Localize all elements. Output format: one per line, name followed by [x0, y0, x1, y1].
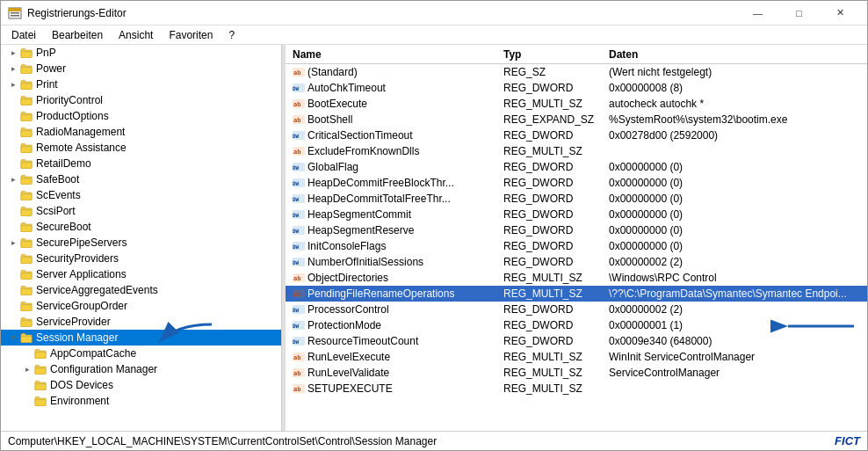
detail-row-heapdecommittotalfreethread[interactable]: DW HeapDeCommitTotalFreeThr...REG_DWORD0… [286, 191, 867, 207]
detail-row-globalflag[interactable]: DW GlobalFlagREG_DWORD0x00000000 (0) [286, 159, 867, 175]
tree-pane[interactable]: ▸ PnP▸ Power▸ Print PriorityControl Prod… [1, 45, 282, 431]
tree-item-prioritycontrol[interactable]: PriorityControl [1, 92, 281, 108]
tree-expander-productoptions[interactable] [8, 111, 18, 121]
tree-expander-secureboot[interactable] [8, 222, 18, 232]
tree-expander-safeboot[interactable]: ▸ [8, 174, 18, 185]
tree-expander-power[interactable]: ▸ [8, 63, 18, 74]
tree-item-appcompatchache[interactable]: AppCompatCache [1, 346, 281, 361]
detail-row-objectdirectories[interactable]: ab ObjectDirectoriesREG_MULTI_SZ\Windows… [286, 270, 867, 286]
detail-name-text-heapsegmentreserve: HeapSegmentReserve [307, 224, 414, 236]
tree-item-sessionmanager[interactable]: ▾ Session Manager [1, 330, 281, 346]
tree-expander-pnp[interactable]: ▸ [8, 47, 18, 58]
tree-expander-scsiport[interactable] [8, 206, 18, 216]
detail-row-bootshell[interactable]: ab BootShellREG_EXPAND_SZ%SystemRoot%\sy… [286, 112, 867, 127]
detail-row-autochktimeout[interactable]: DW AutoChkTimeoutREG_DWORD0x00000008 (8) [286, 80, 867, 96]
tree-expander-sessionmanager[interactable]: ▾ [8, 332, 18, 343]
tree-expander-configurationmanager[interactable]: ▸ [22, 364, 33, 375]
tree-label-serviceaggregatedevents: ServiceAggregatedEvents [36, 284, 158, 296]
tree-item-secureboot[interactable]: SecureBoot [1, 219, 281, 235]
tree-expander-scevents[interactable] [8, 190, 18, 200]
detail-row-bootexecute[interactable]: ab BootExecuteREG_MULTI_SZautocheck auto… [286, 96, 867, 112]
reg-icon-autochktimeout: DW [293, 82, 305, 94]
detail-name-heapsegmentcommit: DW HeapSegmentCommit [286, 208, 496, 221]
tree-item-print[interactable]: ▸ Print [1, 76, 281, 92]
detail-row-setupexecute[interactable]: ab SETUPEXECUTEREG_MULTI_SZ [286, 381, 867, 396]
tree-item-power[interactable]: ▸ Power [1, 61, 281, 76]
menu-datei[interactable]: Datei [4, 27, 43, 43]
tree-expander-retaildemo[interactable] [8, 158, 18, 169]
close-button[interactable]: ✕ [821, 1, 860, 25]
tree-expander-prioritycontrol[interactable] [8, 95, 18, 105]
tree-item-securepipeservers[interactable]: ▸ SecurePipeServers [1, 235, 281, 251]
tree-expander-servicegrouporder[interactable] [8, 301, 18, 311]
tree-item-environment[interactable]: Environment [1, 393, 281, 409]
detail-row-standard[interactable]: ab (Standard)REG_SZ(Wert nicht festgeleg… [286, 64, 867, 80]
tree-expander-environment[interactable] [22, 396, 33, 406]
tree-expander-dosdevices[interactable] [22, 380, 33, 390]
tree-expander-print[interactable]: ▸ [8, 79, 18, 90]
folder-icon-configurationmanager [33, 362, 47, 376]
tree-label-environment: Environment [50, 395, 109, 407]
tree-item-scsiport[interactable]: ScsiPort [1, 203, 281, 219]
detail-row-heapsegmentcommit[interactable]: DW HeapSegmentCommitREG_DWORD0x00000000 … [286, 207, 867, 222]
detail-row-numberofinitsessions[interactable]: DW NumberOfInitialSessionsREG_DWORD0x000… [286, 254, 867, 270]
svg-text:ab: ab [293, 149, 300, 156]
detail-row-criticalsectiontimeout[interactable]: DW CriticalSectionTimeoutREG_DWORD0x0027… [286, 127, 867, 143]
menu-bearbeiten[interactable]: Bearbeiten [45, 27, 110, 43]
tree-expander-serviceaggregatedevents[interactable] [8, 285, 18, 295]
detail-row-protectionmode[interactable]: DW ProtectionModeREG_DWORD0x00000001 (1) [286, 317, 867, 333]
detail-name-heapdecommittotalfreethread: DW HeapDeCommitTotalFreeThr... [286, 193, 496, 205]
detail-row-heapsegmentreserve[interactable]: DW HeapSegmentReserveREG_DWORD0x00000000… [286, 222, 867, 238]
tree-expander-serviceprovider[interactable] [8, 316, 18, 327]
tree-item-radiomanagement[interactable]: RadioManagement [1, 124, 281, 140]
tree-item-productoptions[interactable]: ProductOptions [1, 108, 281, 124]
menu-favoriten[interactable]: Favoriten [162, 27, 220, 43]
detail-row-heapdecommitfreeblockthreshold[interactable]: DW HeapDeCommitFreeBlockThr...REG_DWORD0… [286, 175, 867, 191]
reg-icon-standard: ab [293, 66, 305, 78]
reg-icon-criticalsectiontimeout: DW [293, 129, 305, 142]
tree-expander-securepipeservers[interactable]: ▸ [8, 237, 18, 248]
tree-item-configurationmanager[interactable]: ▸ Configuration Manager [1, 361, 281, 377]
tree-expander-securityproviders[interactable] [8, 253, 18, 264]
menu-help[interactable]: ? [221, 27, 242, 43]
tree-expander-remoteassistance[interactable] [8, 142, 18, 153]
detail-type-standard: REG_SZ [496, 66, 602, 78]
detail-name-autochktimeout: DW AutoChkTimeout [286, 82, 496, 94]
detail-row-pendingfilerename[interactable]: ab PendingFileRenameOperationsREG_MULTI_… [286, 286, 867, 302]
window-controls: — □ ✕ [738, 1, 860, 25]
detail-row-runlevelexecute[interactable]: ab RunLevelExecuteREG_MULTI_SZWinInit Se… [286, 349, 867, 365]
tree-item-serverapplications[interactable]: Server Applications [1, 266, 281, 282]
detail-name-excludefromknowndlls: ab ExcludeFromKnownDlls [286, 145, 496, 157]
tree-item-retaildemo[interactable]: RetailDemo [1, 156, 281, 171]
detail-row-resourcetimeoutcount[interactable]: DW ResourceTimeoutCountREG_DWORD0x0009e3… [286, 333, 867, 349]
minimize-button[interactable]: — [738, 1, 778, 25]
tree-label-remoteassistance: Remote Assistance [36, 142, 127, 154]
tree-expander-radiomanagement[interactable] [8, 127, 18, 137]
tree-item-remoteassistance[interactable]: Remote Assistance [1, 140, 281, 156]
tree-item-serviceprovider[interactable]: ServiceProvider [1, 314, 281, 330]
tree-item-safeboot[interactable]: ▸ SafeBoot [1, 171, 281, 187]
tree-expander-appcompatchache[interactable] [22, 348, 33, 359]
detail-row-processorcontrol[interactable]: DW ProcessorControlREG_DWORD0x00000002 (… [286, 302, 867, 317]
tree-container: ▸ PnP▸ Power▸ Print PriorityControl Prod… [1, 45, 281, 409]
svg-text:ab: ab [293, 101, 300, 108]
tree-item-servicegrouporder[interactable]: ServiceGroupOrder [1, 298, 281, 314]
maximize-button[interactable]: □ [779, 1, 819, 25]
detail-name-text-resourcetimeoutcount: ResourceTimeoutCount [307, 335, 418, 347]
detail-pane[interactable]: Name Typ Daten ab (Standard)REG_SZ(Wert … [286, 45, 867, 431]
tree-item-securityproviders[interactable]: SecurityProviders [1, 251, 281, 266]
detail-row-runlevelvalidate[interactable]: ab RunLevelValidateREG_MULTI_SZServiceCo… [286, 365, 867, 381]
svg-text:DW: DW [293, 85, 300, 91]
detail-name-standard: ab (Standard) [286, 66, 496, 78]
detail-row-excludefromknowndlls[interactable]: ab ExcludeFromKnownDllsREG_MULTI_SZ [286, 143, 867, 159]
tree-item-scevents[interactable]: ScEvents [1, 187, 281, 203]
tree-item-pnp[interactable]: ▸ PnP [1, 45, 281, 61]
tree-expander-serverapplications[interactable] [8, 269, 18, 280]
detail-name-pendingfilerename: ab PendingFileRenameOperations [286, 287, 496, 300]
tree-item-serviceaggregatedevents[interactable]: ServiceAggregatedEvents [1, 282, 281, 298]
detail-row-initconsoleflags[interactable]: DW InitConsoleFlagsREG_DWORD0x00000000 (… [286, 238, 867, 254]
tree-item-dosdevices[interactable]: DOS Devices [1, 377, 281, 393]
detail-name-text-runlevelvalidate: RunLevelValidate [307, 367, 389, 379]
svg-rect-1 [9, 8, 21, 11]
menu-ansicht[interactable]: Ansicht [112, 27, 160, 43]
